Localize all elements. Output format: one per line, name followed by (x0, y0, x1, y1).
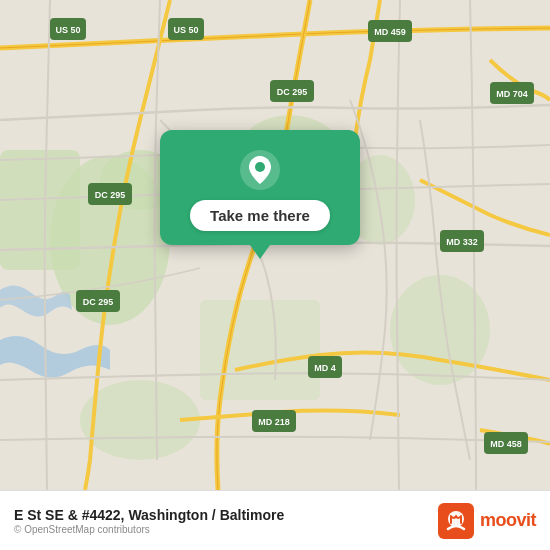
svg-text:MD 458: MD 458 (490, 439, 522, 449)
svg-point-32 (255, 162, 265, 172)
svg-text:MD 4: MD 4 (314, 363, 336, 373)
popup-card[interactable]: Take me there (160, 130, 360, 245)
svg-text:DC 295: DC 295 (83, 297, 114, 307)
svg-text:DC 295: DC 295 (95, 190, 126, 200)
svg-text:US 50: US 50 (173, 25, 198, 35)
take-me-there-button[interactable]: Take me there (190, 200, 330, 231)
svg-text:MD 218: MD 218 (258, 417, 290, 427)
bottom-bar: E St SE & #4422, Washington / Baltimore … (0, 490, 550, 550)
moovit-logo: moovit (438, 503, 536, 539)
bottom-left: E St SE & #4422, Washington / Baltimore … (14, 507, 284, 535)
svg-text:DC 295: DC 295 (277, 87, 308, 97)
location-address: E St SE & #4422, Washington / Baltimore (14, 507, 284, 523)
location-pin-icon (238, 148, 282, 192)
moovit-label: moovit (480, 510, 536, 531)
svg-text:MD 332: MD 332 (446, 237, 478, 247)
svg-text:MD 459: MD 459 (374, 27, 406, 37)
svg-text:US 50: US 50 (55, 25, 80, 35)
moovit-brand-icon (438, 503, 474, 539)
svg-text:MD 704: MD 704 (496, 89, 528, 99)
svg-rect-3 (0, 150, 80, 270)
copyright-text: © OpenStreetMap contributors (14, 524, 284, 535)
svg-rect-7 (200, 300, 320, 400)
map-svg: US 50 US 50 MD 459 MD 704 DC 295 DC 295 … (0, 0, 550, 490)
map-container: US 50 US 50 MD 459 MD 704 DC 295 DC 295 … (0, 0, 550, 490)
